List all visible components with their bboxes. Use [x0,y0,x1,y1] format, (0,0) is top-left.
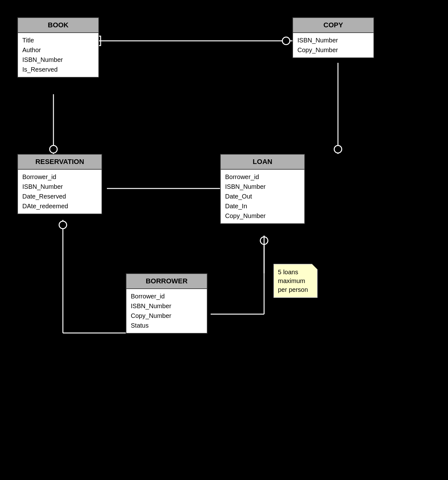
note-loans: 5 loansmaximumper person [274,264,318,298]
svg-point-10 [59,221,67,229]
reservation-field-borrowerid: Borrower_id [22,172,97,182]
book-field-author: Author [22,45,94,55]
copy-entity: COPY ISBN_Number Copy_Number [292,17,374,58]
book-fields: Title Author ISBN_Number Is_Reserved [18,33,98,77]
svg-point-6 [334,145,342,153]
svg-point-4 [50,145,57,153]
borrower-field-copynumber: Copy_Number [131,311,202,321]
borrower-field-isbn: ISBN_Number [131,301,202,311]
loan-field-copynumber: Copy_Number [225,211,300,221]
borrower-title: BORROWER [126,274,207,289]
reservation-entity: RESERVATION Borrower_id ISBN_Number Date… [17,154,102,214]
book-field-isreserved: Is_Reserved [22,65,94,74]
loan-field-dateout: Date_Out [225,192,300,201]
book-field-title: Title [22,35,94,45]
reservation-field-dateredeemed: DAte_redeemed [22,201,97,211]
loan-field-isbn: ISBN_Number [225,182,300,192]
borrower-fields: Borrower_id ISBN_Number Copy_Number Stat… [126,289,207,333]
loan-field-borrowerid: Borrower_id [225,172,300,182]
loan-fields: Borrower_id ISBN_Number Date_Out Date_In… [221,170,304,223]
reservation-title: RESERVATION [18,155,102,170]
copy-field-copynumber: Copy_Number [297,45,369,55]
borrower-field-borrowerid: Borrower_id [131,292,202,301]
reservation-field-isbn: ISBN_Number [22,182,97,192]
svg-point-12 [260,237,268,244]
loan-entity: LOAN Borrower_id ISBN_Number Date_Out Da… [220,154,305,224]
book-field-isbn: ISBN_Number [22,55,94,65]
copy-fields: ISBN_Number Copy_Number [293,33,373,57]
note-text: 5 loansmaximumper person [278,269,308,293]
book-title: BOOK [18,18,98,33]
svg-point-2 [282,37,290,45]
loan-field-datein: Date_In [225,201,300,211]
loan-title: LOAN [221,155,304,170]
copy-title: COPY [293,18,373,33]
reservation-field-datereserved: Date_Reserved [22,192,97,201]
reservation-fields: Borrower_id ISBN_Number Date_Reserved DA… [18,170,102,214]
copy-field-isbn: ISBN_Number [297,35,369,45]
borrower-entity: BORROWER Borrower_id ISBN_Number Copy_Nu… [126,273,207,334]
book-entity: BOOK Title Author ISBN_Number Is_Reserve… [17,17,99,78]
borrower-field-status: Status [131,321,202,330]
